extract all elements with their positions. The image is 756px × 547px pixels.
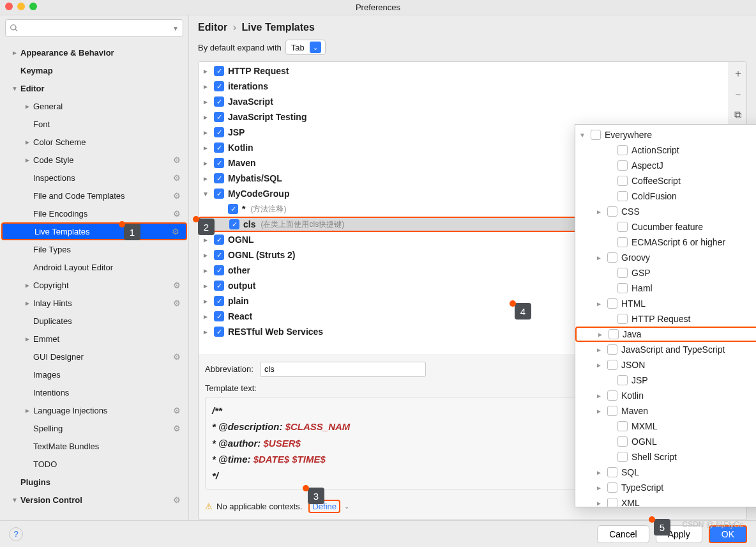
- context-item[interactable]: ►XML: [575, 495, 756, 507]
- context-checkbox[interactable]: [607, 498, 617, 507]
- context-item[interactable]: CoffeeScript: [575, 173, 756, 189]
- context-item[interactable]: ColdFusion: [575, 189, 756, 204]
- context-item[interactable]: ▼Everywhere: [575, 127, 756, 143]
- sidebar-item[interactable]: Live Templates⚙: [1, 222, 187, 240]
- sidebar-item[interactable]: Images: [1, 366, 187, 383]
- copy-icon[interactable]: ⧉: [734, 109, 741, 121]
- template-checkbox[interactable]: ✓: [214, 235, 224, 245]
- template-checkbox[interactable]: ✓: [214, 96, 224, 107]
- context-checkbox[interactable]: [617, 160, 628, 171]
- context-item[interactable]: GSP: [575, 265, 756, 281]
- context-checkbox[interactable]: [617, 421, 628, 431]
- context-item[interactable]: ►Groovy: [575, 250, 756, 265]
- abbreviation-input[interactable]: [260, 362, 426, 377]
- context-item[interactable]: ECMAScript 6 or higher: [575, 235, 756, 250]
- context-item[interactable]: MXML: [575, 419, 756, 434]
- remove-icon[interactable]: －: [733, 88, 743, 102]
- context-item[interactable]: ►SQL: [575, 465, 756, 480]
- context-checkbox[interactable]: [607, 482, 617, 493]
- context-checkbox[interactable]: [617, 191, 628, 201]
- context-checkbox[interactable]: [607, 467, 617, 477]
- sidebar-item[interactable]: TODO: [1, 455, 187, 473]
- window-controls[interactable]: [5, 3, 37, 10]
- help-icon[interactable]: ?: [9, 527, 23, 541]
- context-checkbox[interactable]: [617, 314, 628, 324]
- sidebar-item[interactable]: ►Copyright⚙: [1, 276, 187, 294]
- sidebar-item[interactable]: File Encodings⚙: [1, 204, 187, 222]
- context-item[interactable]: ►Java: [575, 327, 756, 342]
- context-checkbox[interactable]: [617, 145, 628, 155]
- sidebar-item[interactable]: File and Code Templates⚙: [1, 187, 187, 204]
- template-checkbox[interactable]: ✓: [229, 219, 239, 229]
- context-checkbox[interactable]: [607, 344, 617, 355]
- context-checkbox[interactable]: [607, 390, 617, 401]
- template-item[interactable]: ►✓JavaScript: [199, 94, 729, 109]
- sidebar-item[interactable]: ▼Version Control⚙: [1, 491, 187, 509]
- sidebar-item[interactable]: Plugins: [1, 473, 187, 491]
- context-item[interactable]: Haml: [575, 281, 756, 296]
- sidebar-item[interactable]: ►Color Scheme: [1, 133, 187, 151]
- context-item[interactable]: AspectJ: [575, 158, 756, 173]
- context-item[interactable]: Shell Script: [575, 449, 756, 465]
- context-checkbox[interactable]: [617, 452, 628, 462]
- sidebar-item[interactable]: GUI Designer⚙: [1, 348, 187, 366]
- cancel-button[interactable]: Cancel: [597, 525, 649, 543]
- sidebar-item[interactable]: Inspections⚙: [1, 169, 187, 187]
- context-checkbox[interactable]: [617, 436, 628, 447]
- template-checkbox[interactable]: ✓: [214, 327, 224, 337]
- context-checkbox[interactable]: [607, 360, 617, 370]
- sidebar-item[interactable]: Duplicates: [1, 312, 187, 330]
- add-icon[interactable]: ＋: [733, 67, 743, 81]
- context-checkbox[interactable]: [607, 406, 617, 416]
- template-checkbox[interactable]: ✓: [228, 204, 238, 214]
- sidebar-item[interactable]: TextMate Bundles: [1, 437, 187, 455]
- search-field[interactable]: [22, 24, 169, 33]
- template-item[interactable]: ►✓JavaScript Testing: [199, 109, 729, 125]
- zoom-icon[interactable]: [29, 3, 37, 10]
- template-checkbox[interactable]: ✓: [214, 143, 224, 153]
- context-item[interactable]: ►Maven: [575, 403, 756, 419]
- context-item[interactable]: Cucumber feature: [575, 219, 756, 235]
- sidebar-item[interactable]: File Types: [1, 240, 187, 258]
- sidebar-item[interactable]: Font: [1, 115, 187, 133]
- template-checkbox[interactable]: ✓: [214, 112, 224, 122]
- sidebar-item[interactable]: ►General: [1, 97, 187, 115]
- template-checkbox[interactable]: ✓: [214, 127, 224, 137]
- context-checkbox[interactable]: [591, 130, 601, 140]
- context-popup[interactable]: ▼EverywhereActionScriptAspectJCoffeeScri…: [575, 124, 756, 507]
- context-checkbox[interactable]: [607, 206, 617, 217]
- sidebar-item[interactable]: Intentions: [1, 383, 187, 401]
- context-item[interactable]: ►JSON: [575, 357, 756, 373]
- sidebar-item[interactable]: ►Emmet: [1, 330, 187, 348]
- template-checkbox[interactable]: ✓: [214, 281, 224, 291]
- sidebar-item[interactable]: ►Appearance & Behavior: [1, 43, 187, 61]
- context-checkbox[interactable]: [607, 252, 617, 263]
- sidebar-item[interactable]: ►Code Style⚙: [1, 151, 187, 169]
- context-item[interactable]: HTTP Request: [575, 311, 756, 327]
- template-checkbox[interactable]: ✓: [214, 296, 224, 306]
- context-checkbox[interactable]: [609, 329, 619, 339]
- template-item[interactable]: ►✓HTTP Request: [199, 63, 729, 79]
- template-checkbox[interactable]: ✓: [214, 265, 224, 275]
- template-checkbox[interactable]: ✓: [214, 158, 224, 168]
- context-checkbox[interactable]: [617, 237, 628, 247]
- context-item[interactable]: ►JavaScript and TypeScript: [575, 342, 756, 357]
- context-item[interactable]: ►HTML: [575, 296, 756, 311]
- context-item[interactable]: ►TypeScript: [575, 480, 756, 495]
- sidebar-item[interactable]: ▼Editor: [1, 79, 187, 97]
- context-item[interactable]: ►CSS: [575, 204, 756, 219]
- template-item[interactable]: ►✓iterations: [199, 79, 729, 94]
- sidebar-item[interactable]: ►Inlay Hints⚙: [1, 294, 187, 312]
- sidebar-item[interactable]: Android Layout Editor: [1, 258, 187, 276]
- context-checkbox[interactable]: [607, 298, 617, 309]
- context-checkbox[interactable]: [617, 222, 628, 232]
- context-checkbox[interactable]: [617, 268, 628, 278]
- template-checkbox[interactable]: ✓: [214, 81, 224, 91]
- template-checkbox[interactable]: ✓: [214, 173, 224, 183]
- sidebar-item[interactable]: Keymap: [1, 61, 187, 79]
- sidebar-item[interactable]: Spelling⚙: [1, 419, 187, 437]
- template-checkbox[interactable]: ✓: [214, 189, 224, 199]
- minimize-icon[interactable]: [17, 3, 25, 10]
- search-input[interactable]: ▼: [5, 19, 183, 37]
- template-checkbox[interactable]: ✓: [214, 250, 224, 260]
